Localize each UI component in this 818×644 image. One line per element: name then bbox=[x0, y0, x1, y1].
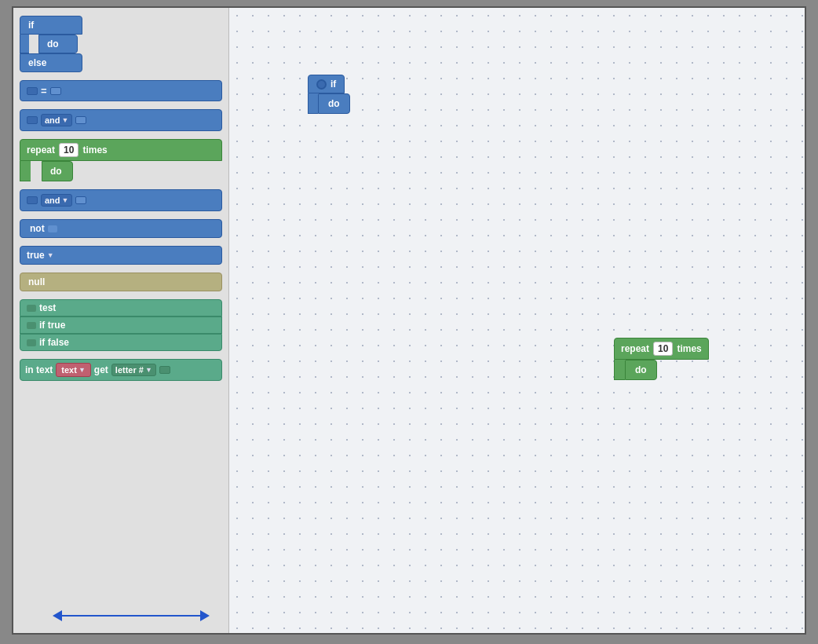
gear-icon bbox=[316, 79, 327, 90]
null-label: null bbox=[28, 276, 45, 287]
true-dropdown-icon[interactable]: ▼ bbox=[47, 251, 54, 259]
and-block-2[interactable]: and ▼ bbox=[20, 189, 222, 211]
repeat-num[interactable]: 10 bbox=[59, 143, 79, 157]
text-label: text bbox=[61, 365, 77, 375]
letter-dropdown-icon[interactable]: ▼ bbox=[145, 366, 152, 374]
not-notch bbox=[48, 225, 57, 232]
test-notch bbox=[27, 305, 36, 312]
and2-right-knob bbox=[75, 196, 86, 204]
iftrue-notch bbox=[27, 322, 36, 329]
equals-block[interactable]: = bbox=[20, 80, 222, 101]
right-connector bbox=[50, 87, 61, 95]
test-row-test: test bbox=[20, 299, 222, 317]
canvas-do-label: do bbox=[318, 93, 350, 114]
and-label-1: and bbox=[45, 115, 60, 125]
times-label: times bbox=[82, 145, 107, 156]
arrow-right-icon bbox=[200, 610, 210, 621]
not-block[interactable]: not bbox=[20, 219, 222, 238]
equals-icon: = bbox=[41, 85, 47, 97]
not-label: not bbox=[30, 223, 45, 234]
left-connector bbox=[27, 87, 38, 95]
else-label: else bbox=[20, 53, 82, 72]
and-label-2: and bbox=[45, 196, 60, 205]
repeat-do-label: do bbox=[42, 161, 73, 181]
null-block[interactable]: null bbox=[20, 273, 222, 291]
and2-dropdown[interactable]: and ▼ bbox=[41, 194, 72, 207]
true-label: true bbox=[27, 250, 45, 261]
test-row-iffalse: if false bbox=[20, 334, 222, 351]
arrow-left-icon bbox=[53, 610, 62, 621]
if-do-else-block[interactable]: if do else bbox=[20, 16, 222, 72]
if-false-label: if false bbox=[39, 337, 69, 348]
canvas-do-label-repeat: do bbox=[625, 360, 657, 380]
canvas-repeat-top: repeat 10 times bbox=[614, 338, 709, 360]
canvas-times-label: times bbox=[677, 343, 701, 354]
test-block[interactable]: test if true if false bbox=[20, 299, 222, 351]
get-label: get bbox=[94, 364, 108, 375]
letter-dropdown[interactable]: letter # ▼ bbox=[111, 364, 156, 376]
intext-block[interactable]: in text text ▼ get letter # ▼ bbox=[20, 359, 222, 381]
arrow-line-h bbox=[62, 615, 200, 617]
repeat-top: repeat 10 times bbox=[20, 139, 222, 161]
sidebar: if do else = and ▼ repeat bbox=[13, 8, 229, 633]
and-dropdown[interactable]: and ▼ bbox=[41, 114, 72, 126]
letter-label: letter # bbox=[115, 365, 144, 375]
iffalse-notch bbox=[27, 339, 36, 346]
if-top: if bbox=[20, 16, 82, 35]
and-right-knob bbox=[75, 116, 86, 124]
canvas-repeat-block[interactable]: repeat 10 times do bbox=[614, 338, 709, 380]
if-label: if bbox=[28, 20, 34, 31]
dropdown-arrow-icon: ▼ bbox=[62, 116, 69, 124]
test-row-iftrue: if true bbox=[20, 317, 222, 334]
horizontal-scroll-arrow[interactable] bbox=[53, 610, 210, 621]
main-container: if do else = and ▼ repeat bbox=[12, 6, 806, 635]
test-label: test bbox=[39, 302, 56, 313]
in-text-label: in text bbox=[25, 364, 53, 375]
if-true-label: if true bbox=[39, 320, 65, 331]
and-left-knob bbox=[27, 116, 38, 124]
canvas-repeat-num[interactable]: 10 bbox=[653, 342, 673, 356]
text-input[interactable]: text ▼ bbox=[56, 363, 90, 377]
repeat-block[interactable]: repeat 10 times do bbox=[20, 139, 222, 181]
canvas-repeat-label: repeat bbox=[621, 343, 649, 354]
canvas-if-block[interactable]: if do bbox=[308, 75, 350, 114]
canvas-if-top: if bbox=[308, 75, 345, 93]
dropdown2-arrow-icon: ▼ bbox=[62, 196, 69, 204]
right-end-notch bbox=[159, 366, 170, 374]
true-block[interactable]: true ▼ bbox=[20, 246, 222, 265]
repeat-label: repeat bbox=[27, 145, 55, 156]
text-dropdown-icon[interactable]: ▼ bbox=[79, 366, 86, 374]
and-block-1[interactable]: and ▼ bbox=[20, 109, 222, 131]
and2-left-knob bbox=[27, 196, 38, 204]
canvas[interactable]: if do repeat 10 times do bbox=[229, 8, 805, 633]
canvas-if-label: if bbox=[330, 79, 336, 90]
do-label: do bbox=[38, 35, 78, 53]
